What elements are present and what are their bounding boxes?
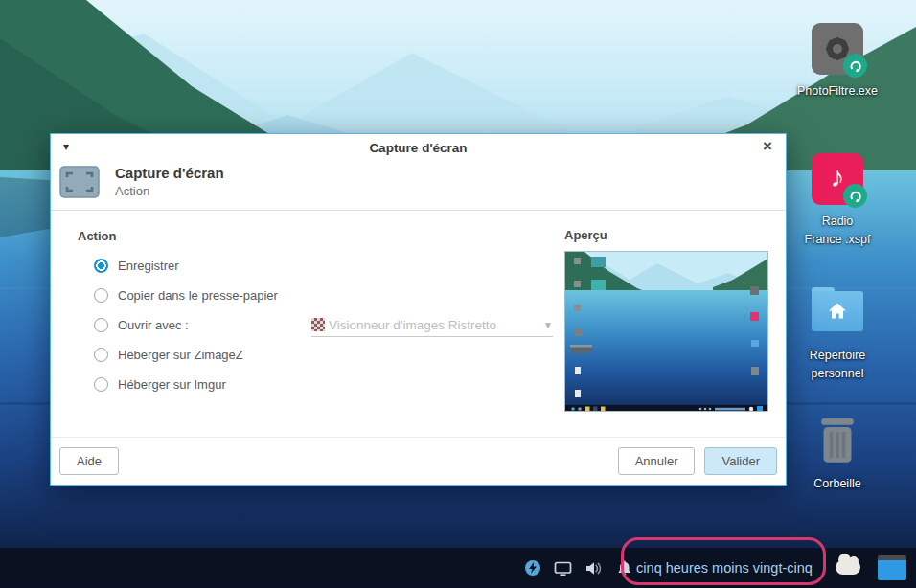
- radio-button-icon[interactable]: [94, 259, 108, 273]
- help-button[interactable]: Aide: [59, 447, 119, 475]
- radio-heberger-zimagez[interactable]: Héberger sur ZimageZ: [94, 348, 278, 362]
- weather-cloud-icon[interactable]: [836, 560, 860, 575]
- capture-region-icon: [59, 166, 100, 198]
- confirm-button[interactable]: Valider: [704, 447, 777, 475]
- preview-section-label: Aperçu: [564, 228, 768, 242]
- desktop-icon-label: PhotoFiltre.exe: [780, 82, 895, 101]
- screenshot-dialog: ▾ Capture d'écran × Capture d'écran Acti…: [50, 133, 787, 486]
- shortcut-arrow-icon: [843, 54, 867, 78]
- chevron-down-icon: ▼: [543, 320, 553, 330]
- display-icon[interactable]: [554, 559, 572, 577]
- app-thumbnail-icon: [311, 318, 325, 331]
- radio-button-icon[interactable]: [94, 318, 108, 332]
- power-icon[interactable]: [523, 559, 541, 577]
- screenshot-preview-thumbnail: [564, 251, 768, 412]
- desktop-icon-label: Corbeille: [780, 475, 895, 493]
- open-with-dropdown[interactable]: Visionneur d'images Ristretto ▼: [311, 313, 553, 337]
- shortcut-arrow-icon: [843, 184, 867, 208]
- taskbar-clock[interactable]: cinq heures moins vingt-cinq: [630, 548, 818, 588]
- radio-button-icon[interactable]: [94, 348, 108, 362]
- window-menu-icon[interactable]: ▾: [63, 140, 69, 153]
- radio-heberger-imgur[interactable]: Héberger sur Imgur: [94, 377, 278, 392]
- action-section-label: Action: [78, 229, 278, 243]
- taskbar: cinq heures moins vingt-cinq: [0, 548, 916, 588]
- desktop-icon-radio-france[interactable]: ♪ Radio France .xspf: [780, 153, 895, 249]
- dialog-titlebar: ▾ Capture d'écran ×: [51, 134, 786, 162]
- system-tray: [523, 548, 633, 588]
- desktop-icon-photofiltre[interactable]: PhotoFiltre.exe: [780, 23, 895, 101]
- trash-icon: [812, 412, 863, 467]
- close-icon[interactable]: ×: [759, 137, 776, 156]
- cancel-button[interactable]: Annuler: [618, 447, 696, 475]
- dropdown-value: Visionneur d'images Ristretto: [329, 318, 538, 332]
- dialog-footer: Aide Annuler Valider: [51, 437, 786, 485]
- dialog-header: Capture d'écran Action: [51, 162, 786, 211]
- desktop-icon-label: Répertoire personnel: [780, 347, 895, 383]
- radio-copier-presse-papier[interactable]: Copier dans le presse-papier: [94, 288, 278, 303]
- desktop-icon-trash[interactable]: Corbeille: [780, 412, 895, 493]
- home-folder-icon: [812, 287, 863, 331]
- volume-icon[interactable]: [584, 559, 603, 577]
- dialog-header-subtitle: Action: [115, 184, 224, 198]
- desktop-icon-home-folder[interactable]: Répertoire personnel: [780, 283, 895, 383]
- window-icon[interactable]: [878, 555, 906, 580]
- desktop-icon-label: Radio France .xspf: [780, 213, 895, 249]
- radio-button-icon[interactable]: [94, 377, 108, 392]
- radio-enregistrer[interactable]: Enregistrer: [94, 259, 278, 273]
- window-title: Capture d'écran: [369, 141, 467, 155]
- radio-ouvrir-avec[interactable]: Ouvrir avec : Visionneur d'images Ristre…: [94, 318, 278, 332]
- dialog-header-title: Capture d'écran: [115, 165, 224, 181]
- radio-button-icon[interactable]: [94, 288, 108, 303]
